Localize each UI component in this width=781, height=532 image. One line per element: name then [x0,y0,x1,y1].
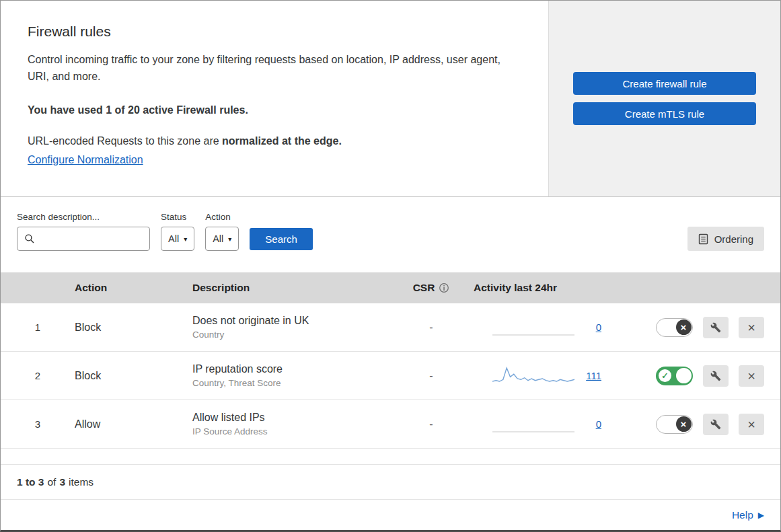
delete-rule-button[interactable]: × [739,365,764,387]
arrow-right-icon: ▶ [758,510,764,520]
usage-summary: You have used 1 of 20 active Firewall ru… [28,104,521,116]
rule-fields: IP Source Address [192,426,401,436]
action-dropdown-value: All [213,233,223,244]
table-end-spacer [1,449,780,465]
chevron-down-icon: ▾ [228,235,231,243]
rule-fields: Country, Threat Score [192,378,401,388]
pagination-of: of [47,476,56,488]
action-group: Action All ▾ [205,212,239,251]
page-title: Firewall rules [28,24,521,40]
header-cell-action: Action [75,282,192,294]
search-button[interactable]: Search [250,228,313,250]
rule-enable-toggle[interactable]: ✓ × [656,318,693,337]
x-icon: × [681,321,687,333]
rule-description-cell: Allow listed IPs IP Source Address [192,412,401,436]
pagination-summary: 1 to 3 of 3 items [1,465,780,500]
table-header: Action Description CSR Activity last 24h… [1,272,780,303]
toggle-knob: × [676,319,692,335]
status-group: Status All ▾ [161,212,194,251]
rule-controls: ✓ × × [616,414,780,435]
status-dropdown[interactable]: All ▾ [161,227,194,251]
rule-controls: ✓ × × [616,317,780,338]
rule-fields: Country [192,330,401,340]
delete-rule-button[interactable]: × [739,317,764,338]
help-link[interactable]: Help ▶ [732,509,764,521]
header-cell-activity: Activity last 24hr [461,282,616,294]
search-icon [24,233,35,244]
search-input-wrap [17,227,150,251]
ordering-button[interactable]: Ordering [687,227,764,251]
status-label: Status [161,212,194,222]
edit-rule-button[interactable] [703,317,729,338]
create-mtls-rule-button[interactable]: Create mTLS rule [573,102,756,125]
ordering-button-label: Ordering [714,233,753,245]
rule-csr: - [401,321,461,334]
help-link-label: Help [732,509,753,521]
rule-description: IP reputation score [192,363,401,375]
normalization-prefix: URL-encoded Requests to this zone are [28,135,222,147]
rule-csr: - [401,418,461,430]
table-row: 1 Block Does not originate in UK Country… [1,303,780,352]
delete-rule-button[interactable]: × [739,414,764,435]
activity-count-link[interactable]: 0 [581,418,601,430]
header-section: Firewall rules Control incoming traffic … [1,1,780,197]
firewall-rules-page: Firewall rules Control incoming traffic … [0,0,781,532]
search-input[interactable] [39,233,149,244]
rule-priority: 3 [1,418,75,430]
table-row: 2 Block IP reputation score Country, Thr… [1,352,780,400]
toggle-knob: × [676,368,692,383]
rule-activity-cell: 0 [461,316,616,339]
pagination-items: items [69,476,94,488]
configure-normalization-link[interactable]: Configure Normalization [28,154,143,166]
header-content: Firewall rules Control incoming traffic … [1,1,548,196]
wrench-icon [710,419,721,430]
action-dropdown[interactable]: All ▾ [205,227,239,251]
rule-activity-cell: 0 [461,413,616,436]
rule-enable-toggle[interactable]: ✓ × [656,367,693,385]
info-icon[interactable] [439,282,449,293]
activity-count-link[interactable]: 0 [581,321,601,333]
header-cell-csr: CSR [401,282,461,294]
rule-action: Block [75,321,192,334]
rule-description-cell: IP reputation score Country, Threat Scor… [192,363,401,388]
filter-bar: Search description... Status All ▾ Actio… [1,197,780,272]
action-label: Action [205,212,239,222]
rule-description: Allow listed IPs [192,412,401,424]
rule-csr: - [401,370,461,382]
toggle-knob: × [676,416,692,432]
close-icon: × [747,418,755,431]
header-cell-description: Description [192,282,401,294]
close-icon: × [747,321,755,334]
wrench-icon [710,371,721,381]
activity-sparkline [492,413,574,436]
edit-rule-button[interactable] [703,365,729,387]
rule-description: Does not originate in UK [192,315,401,327]
activity-count-link[interactable]: 111 [581,370,601,381]
activity-sparkline [492,365,574,387]
rule-action: Block [75,370,192,382]
create-firewall-rule-button[interactable]: Create firewall rule [573,72,756,95]
rule-controls: ✓ × × [616,365,780,387]
rule-description-cell: Does not originate in UK Country [192,315,401,340]
chevron-down-icon: ▾ [184,235,187,243]
normalization-bold: normalized at the edge. [222,135,342,147]
table-row: 3 Allow Allow listed IPs IP Source Addre… [1,400,780,449]
edit-rule-button[interactable] [703,414,729,435]
page-description: Control incoming traffic to your zone by… [28,52,521,85]
search-group: Search description... [17,212,150,251]
rule-enable-toggle[interactable]: ✓ × [656,415,693,434]
rule-action: Allow [75,418,192,430]
rule-priority: 1 [1,321,75,333]
x-icon: × [681,418,687,430]
ordering-list-icon [698,233,708,245]
pagination-total: 3 [59,476,65,488]
activity-sparkline [492,316,574,339]
normalization-text: URL-encoded Requests to this zone are no… [28,135,521,147]
rule-priority: 2 [1,370,75,381]
actions-panel: Create firewall rule Create mTLS rule [548,1,780,196]
check-icon: ✓ [659,369,671,382]
search-label: Search description... [17,212,150,222]
close-icon: × [747,369,755,383]
help-row: Help ▶ [1,500,780,530]
status-dropdown-value: All [168,233,179,244]
